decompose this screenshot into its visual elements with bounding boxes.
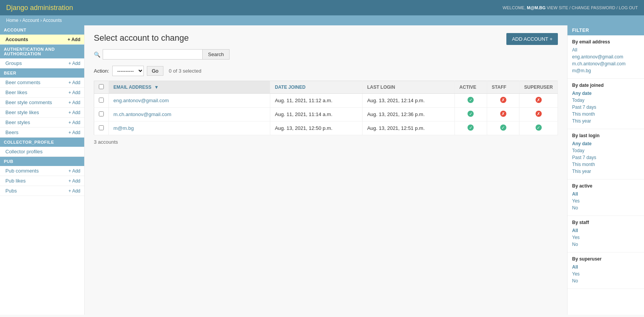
sidebar-link-pub-comments[interactable]: Pub comments [5, 168, 39, 174]
filter-link[interactable]: Today [572, 98, 584, 103]
sidebar-item-beer-styles[interactable]: Beer styles + Add [0, 118, 84, 128]
sidebar-add-beers[interactable]: + Add [68, 130, 80, 135]
filter-link[interactable]: This month [572, 111, 595, 117]
filter-link[interactable]: All [572, 191, 578, 197]
filter-item: No [572, 278, 639, 284]
filter-link[interactable]: This year [572, 118, 591, 124]
result-count: 3 accounts [94, 139, 558, 145]
filter-header: FILTER [567, 25, 644, 35]
sidebar-add-accounts[interactable]: + Add [68, 37, 80, 42]
add-account-button[interactable]: ADD ACCOUNT + [506, 33, 558, 45]
row-checkbox[interactable] [99, 111, 104, 116]
sidebar-add-beer-comments[interactable]: + Add [68, 80, 80, 85]
filter-item: All [572, 227, 639, 233]
search-icon: 🔍 [94, 51, 100, 58]
sidebar-add-beer-style-likes[interactable]: + Add [68, 110, 80, 115]
search-button[interactable]: Search [203, 49, 230, 60]
sidebar-item-pubs[interactable]: Pubs + Add [0, 186, 84, 196]
breadcrumb-account[interactable]: Account [22, 18, 39, 23]
staff-icon [500, 111, 506, 117]
sort-date-joined-link[interactable]: DATE JOINED [275, 85, 306, 90]
sidebar-add-groups[interactable]: + Add [68, 61, 80, 66]
sidebar-link-beer-style-comments[interactable]: Beer style comments [5, 100, 52, 105]
action-select[interactable]: ---------- [112, 66, 144, 76]
sidebar-item-beer-style-comments[interactable]: Beer style comments + Add [0, 98, 84, 108]
filter-link[interactable]: No [572, 242, 578, 247]
log-out-link[interactable]: LOG OUT [619, 5, 638, 10]
sidebar-link-pub-likes[interactable]: Pub likes [5, 178, 26, 184]
sidebar-item-beer-comments[interactable]: Beer comments + Add [0, 78, 84, 88]
sidebar-add-pub-comments[interactable]: + Add [68, 168, 80, 174]
sidebar-link-beer-style-likes[interactable]: Beer style likes [5, 110, 39, 115]
filter-link[interactable]: Past 7 days [572, 105, 596, 110]
sidebar-link-collector-profiles[interactable]: Collector profiles [5, 149, 43, 154]
filter-item: This month [572, 161, 639, 167]
filter-link[interactable]: Past 7 days [572, 155, 596, 160]
filter-link[interactable]: All [572, 47, 577, 53]
sidebar-link-beer-styles[interactable]: Beer styles [5, 119, 30, 125]
sidebar-item-pub-comments[interactable]: Pub comments + Add [0, 166, 84, 176]
filter-link[interactable]: eng.antonov@gmail.com [572, 54, 623, 60]
col-select-all[interactable] [94, 81, 109, 94]
email-link[interactable]: m.ch.antonov@gmail.com [113, 111, 171, 117]
filter-section-title: By staff [572, 220, 639, 225]
filter-link[interactable]: This month [572, 162, 595, 167]
sidebar-link-beers[interactable]: Beers [5, 129, 18, 135]
action-label: Action: [94, 68, 109, 74]
sidebar-section-pub: PUB [0, 157, 84, 166]
breadcrumb-home[interactable]: Home [6, 18, 18, 23]
sidebar-item-collector-profiles[interactable]: Collector profiles [0, 147, 84, 157]
sidebar-link-pubs[interactable]: Pubs [5, 188, 17, 194]
select-all-checkbox[interactable] [99, 84, 104, 89]
filter-item: m.ch.antonov@gmail.com [572, 61, 639, 66]
sidebar-item-beer-likes[interactable]: Beer likes + Add [0, 88, 84, 98]
staff-icon [500, 97, 506, 103]
filter-link[interactable]: m@m.bg [572, 68, 591, 73]
filter-link[interactable]: All [572, 228, 578, 233]
sidebar-link-beer-likes[interactable]: Beer likes [5, 90, 27, 95]
go-button[interactable]: Go [147, 66, 163, 76]
search-input[interactable] [103, 49, 203, 60]
email-link[interactable]: m@m.bg [113, 125, 134, 131]
sidebar-section-beer: BEER [0, 68, 84, 78]
filter-link[interactable]: m.ch.antonov@gmail.com [572, 61, 626, 66]
col-header-email[interactable]: EMAIL ADDRESS ▼ [109, 81, 270, 94]
sidebar-item-beer-style-likes[interactable]: Beer style likes + Add [0, 108, 84, 118]
sidebar-item-accounts[interactable]: Accounts + Add [0, 35, 84, 45]
view-site-link[interactable]: VIEW SITE [547, 5, 568, 10]
sidebar-add-pubs[interactable]: + Add [68, 188, 80, 194]
sidebar-add-beer-style-comments[interactable]: + Add [68, 100, 80, 105]
sidebar-item-beers[interactable]: Beers + Add [0, 128, 84, 138]
email-link[interactable]: eng.antonov@gmail.com [113, 98, 169, 103]
header: Django administration WELCOME, M@M.BG VI… [0, 0, 644, 15]
sort-email-link[interactable]: EMAIL ADDRESS ▼ [113, 85, 159, 90]
row-checkbox[interactable] [99, 125, 104, 130]
sidebar-item-pub-likes[interactable]: Pub likes + Add [0, 176, 84, 186]
sidebar-link-beer-comments[interactable]: Beer comments [5, 80, 40, 85]
filter-link[interactable]: Yes [572, 271, 580, 277]
breadcrumb-current: Accounts [43, 18, 62, 23]
table-body: eng.antonov@gmail.comAug. 11, 2021, 11:1… [94, 94, 558, 135]
filter-link[interactable]: No [572, 278, 578, 284]
change-password-link[interactable]: CHANGE PASSWORD [572, 5, 615, 10]
filter-link[interactable]: Yes [572, 235, 580, 240]
filter-section-title: By email address [572, 39, 639, 45]
sidebar-link-accounts[interactable]: Accounts [5, 37, 28, 42]
breadcrumb: Home › Account › Accounts [0, 15, 644, 25]
filter-link[interactable]: This year [572, 169, 591, 174]
filter-link[interactable]: Today [572, 148, 584, 153]
filter-link[interactable]: All [572, 264, 578, 270]
sidebar-add-beer-likes[interactable]: + Add [68, 90, 80, 95]
sidebar-link-groups[interactable]: Groups [5, 60, 22, 66]
sidebar-add-pub-likes[interactable]: + Add [68, 178, 80, 184]
sidebar-item-groups[interactable]: Groups + Add [0, 58, 84, 68]
sidebar-add-beer-styles[interactable]: + Add [68, 120, 80, 125]
filter-item: Any date [572, 141, 639, 146]
filter-link[interactable]: Any date [572, 141, 592, 146]
filter-link[interactable]: Any date [572, 91, 592, 96]
col-header-date-joined[interactable]: DATE JOINED [270, 81, 362, 94]
filter-link[interactable]: Yes [572, 198, 580, 204]
row-checkbox[interactable] [99, 98, 104, 103]
filter-item: All [572, 47, 639, 53]
filter-link[interactable]: No [572, 205, 578, 211]
